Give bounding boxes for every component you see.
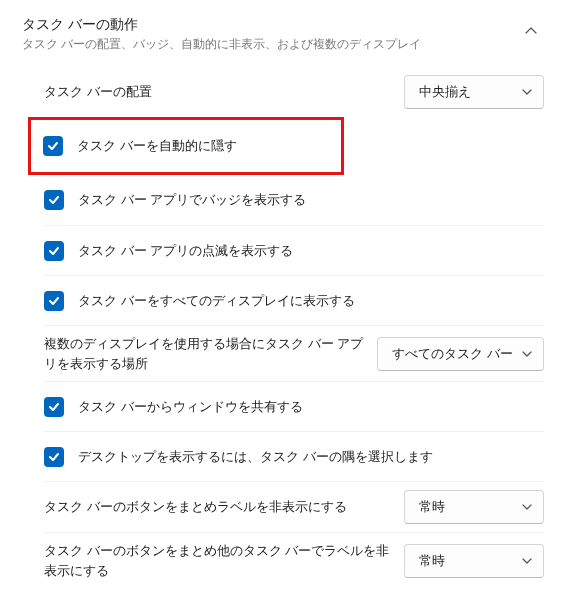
row-label-alignment: タスク バーの配置 [44, 82, 404, 102]
row-badges: タスク バー アプリでバッジを表示する [44, 175, 544, 225]
check-icon [48, 245, 60, 257]
dropdown-multi-display-value: すべてのタスク バー [392, 345, 513, 363]
dropdown-alignment-value: 中央揃え [419, 83, 513, 101]
section-header[interactable]: タスク バーの動作 タスク バーの配置、バッジ、自動的に非表示、および複数のディ… [0, 0, 566, 67]
check-icon [48, 401, 60, 413]
check-icon [48, 194, 60, 206]
checkbox-all-displays[interactable] [44, 291, 64, 311]
chevron-up-icon[interactable] [518, 18, 544, 44]
checkbox-share-window[interactable] [44, 397, 64, 417]
row-alignment: タスク バーの配置 中央揃え [44, 67, 544, 117]
dropdown-alignment[interactable]: 中央揃え [404, 75, 544, 109]
chevron-down-icon [513, 555, 533, 567]
taskbar-behaviors-panel: タスク バーの動作 タスク バーの配置、バッジ、自動的に非表示、および複数のディ… [0, 0, 566, 588]
row-label-combine-other: タスク バーのボタンをまとめ他のタスク バーでラベルを非表示にする [44, 541, 404, 580]
row-label-badges: タスク バー アプリでバッジを表示する [78, 190, 544, 210]
row-label-flashing: タスク バー アプリの点滅を表示する [78, 241, 544, 261]
dropdown-combine-other-value: 常時 [419, 552, 513, 570]
check-icon [47, 140, 59, 152]
row-combine-main: タスク バーのボタンをまとめラベルを非表示にする 常時 [44, 481, 544, 532]
checkbox-flashing[interactable] [44, 241, 64, 261]
row-multi-display: 複数のディスプレイを使用する場合にタスク バー アプリを表示する場所 すべてのタ… [44, 325, 544, 381]
row-share-window: タスク バーからウィンドウを共有する [44, 381, 544, 431]
row-flashing: タスク バー アプリの点滅を表示する [44, 225, 544, 275]
row-label-share-window: タスク バーからウィンドウを共有する [78, 397, 544, 417]
row-show-desktop: デスクトップを表示するには、タスク バーの隅を選択します [44, 431, 544, 481]
row-label-show-desktop: デスクトップを表示するには、タスク バーの隅を選択します [78, 447, 544, 467]
check-icon [48, 451, 60, 463]
dropdown-combine-main[interactable]: 常時 [404, 490, 544, 524]
dropdown-combine-main-value: 常時 [419, 498, 513, 516]
dropdown-multi-display[interactable]: すべてのタスク バー [377, 337, 544, 371]
section-header-text: タスク バーの動作 タスク バーの配置、バッジ、自動的に非表示、および複数のディ… [22, 16, 518, 53]
chevron-down-icon [513, 86, 533, 98]
section-content: タスク バーの配置 中央揃え タスク バーを自動的に隠す タスク バー アプリで… [0, 67, 566, 588]
chevron-down-icon [513, 501, 533, 513]
dropdown-combine-other[interactable]: 常時 [404, 544, 544, 578]
checkbox-badges[interactable] [44, 190, 64, 210]
section-title: タスク バーの動作 [22, 16, 518, 34]
row-all-displays: タスク バーをすべてのディスプレイに表示する [44, 275, 544, 325]
chevron-down-icon [513, 348, 533, 360]
row-label-multi-display: 複数のディスプレイを使用する場合にタスク バー アプリを表示する場所 [44, 334, 377, 373]
checkbox-show-desktop[interactable] [44, 447, 64, 467]
row-combine-other: タスク バーのボタンをまとめ他のタスク バーでラベルを非表示にする 常時 [44, 532, 544, 588]
row-auto-hide: タスク バーを自動的に隠す [28, 117, 344, 175]
section-subtitle: タスク バーの配置、バッジ、自動的に非表示、および複数のディスプレイ [22, 36, 518, 53]
row-label-auto-hide: タスク バーを自動的に隠す [77, 136, 329, 156]
row-label-all-displays: タスク バーをすべてのディスプレイに表示する [78, 291, 544, 311]
row-label-combine-main: タスク バーのボタンをまとめラベルを非表示にする [44, 497, 404, 517]
checkbox-auto-hide[interactable] [43, 136, 63, 156]
check-icon [48, 295, 60, 307]
